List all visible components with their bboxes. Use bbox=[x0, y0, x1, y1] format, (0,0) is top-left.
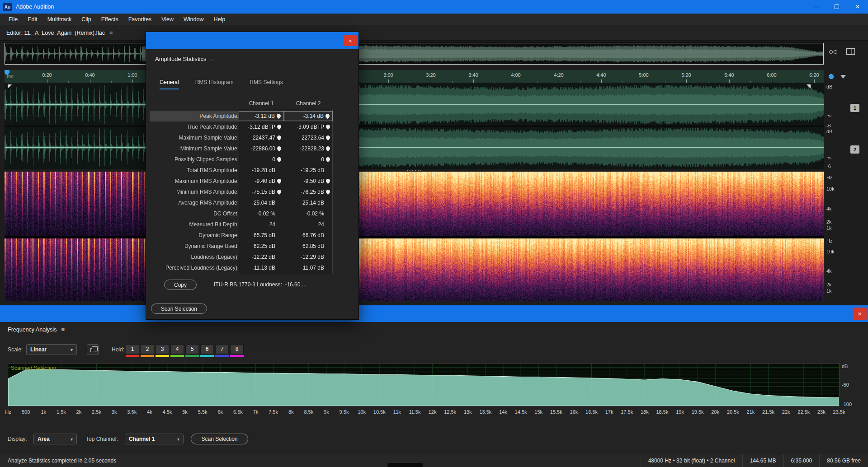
stats-row[interactable]: Measured Bit Depth:2424 bbox=[150, 219, 333, 230]
dialog-titlebar[interactable]: × bbox=[146, 32, 359, 49]
stats-value-cell: 22723.64 bbox=[284, 132, 333, 143]
display-dropdown[interactable]: Area ▾ bbox=[33, 434, 77, 444]
spectrogram-display[interactable] bbox=[5, 172, 824, 301]
stats-value: -11.13 dB bbox=[252, 265, 275, 271]
pin-marker-icon bbox=[275, 146, 281, 151]
dialog-close-button[interactable]: × bbox=[344, 35, 357, 46]
timeline-tick-label: 3:20 bbox=[426, 72, 435, 78]
scale-dropdown[interactable]: Linear ▾ bbox=[26, 344, 77, 355]
stats-row[interactable]: Total RMS Amplitude:-19.28 dB-19.25 dB bbox=[150, 165, 333, 176]
menu-item-clip[interactable]: Clip bbox=[76, 14, 96, 25]
spectrogram-canvas[interactable] bbox=[5, 172, 824, 301]
stats-row[interactable]: True Peak Amplitude:-3.12 dBTP-3.09 dBTP bbox=[150, 121, 333, 132]
overview-waveform-canvas[interactable] bbox=[5, 43, 823, 64]
timeline-tick bbox=[90, 79, 90, 83]
stats-row[interactable]: Perceived Loudness (Legacy):-11.13 dB-11… bbox=[150, 262, 333, 273]
stats-value: -3.14 dB bbox=[303, 113, 324, 119]
scan-selection-button[interactable]: Scan Selection bbox=[191, 434, 248, 444]
hold-button-8[interactable]: 8 bbox=[230, 344, 244, 357]
tab-rms-histogram[interactable]: RMS Histogram bbox=[195, 79, 234, 89]
stats-row-label: Average RMS Amplitude: bbox=[150, 200, 239, 206]
stats-value-cell: 62.25 dB bbox=[239, 241, 284, 252]
panel-menu-icon[interactable]: ≡ bbox=[61, 326, 65, 333]
stats-row[interactable]: Peak Amplitude:-3.12 dB-3.14 dB bbox=[150, 111, 333, 121]
hold-color-swatch bbox=[126, 355, 139, 357]
stats-row[interactable]: Possibly Clipped Samples:00 bbox=[150, 154, 333, 165]
stats-row[interactable]: Dynamic Range Used:62.25 dB62.85 dB bbox=[150, 241, 333, 252]
channel-1-button[interactable]: 1 bbox=[850, 104, 859, 112]
stats-row[interactable]: Maximum Sample Value:22437.4722723.64 bbox=[150, 132, 333, 143]
menu-item-effects[interactable]: Effects bbox=[96, 14, 123, 25]
menu-item-multitrack[interactable]: Multitrack bbox=[42, 14, 76, 25]
menu-item-edit[interactable]: Edit bbox=[23, 14, 42, 25]
close-button[interactable]: × bbox=[847, 0, 868, 14]
svg-text:Scanned Selection: Scanned Selection bbox=[11, 365, 56, 371]
copy-graph-button[interactable] bbox=[87, 344, 99, 355]
stats-row[interactable]: Minimum Sample Value:-22886.00-22828.23 bbox=[150, 143, 333, 154]
frequency-axis-label: 12k bbox=[429, 409, 437, 415]
menu-item-file[interactable]: File bbox=[4, 14, 23, 25]
pin-marker-icon bbox=[324, 114, 330, 119]
stats-row[interactable]: DC Offset:-0.02 %-0.02 % bbox=[150, 208, 333, 219]
stats-row[interactable]: Minimum RMS Amplitude:-75.15 dB-76.25 dB bbox=[150, 187, 333, 197]
statusbar: Analyze Statistics completed in 2.05 sec… bbox=[0, 454, 868, 467]
hud-circle-icon[interactable] bbox=[829, 74, 834, 79]
stats-value-cell: -75.15 dB bbox=[239, 187, 284, 197]
app-window: Au Adobe Audition × FileEditMultitrackCl… bbox=[0, 0, 868, 467]
panel-close-button[interactable]: × bbox=[853, 308, 867, 320]
overview-strip[interactable] bbox=[5, 43, 824, 65]
channel-layout-icon[interactable] bbox=[846, 48, 855, 56]
timeline-tick-label: 5:00 bbox=[639, 72, 648, 78]
stats-row-label: Maximum RMS Amplitude: bbox=[150, 178, 239, 184]
stats-value-cell: -3.12 dBTP bbox=[239, 121, 284, 132]
minimize-button[interactable] bbox=[806, 0, 826, 14]
menu-item-help[interactable]: Help bbox=[208, 14, 230, 25]
stats-value: -12.22 dB bbox=[252, 254, 275, 260]
top-channel-dropdown[interactable]: Channel 1 ▾ bbox=[125, 434, 184, 444]
tab-rms-settings[interactable]: RMS Settings bbox=[250, 79, 283, 89]
frequency-axis-label: 16k bbox=[570, 409, 578, 415]
hold-button-2[interactable]: 2 bbox=[141, 344, 154, 357]
waveform-canvas[interactable] bbox=[5, 83, 824, 169]
hold-button-6[interactable]: 6 bbox=[200, 344, 214, 357]
stats-value: -9.40 dB bbox=[255, 178, 275, 184]
dialog-scan-selection-button[interactable]: Scan Selection bbox=[151, 304, 207, 314]
frequency-axis-label: 10k bbox=[358, 409, 366, 415]
hold-button-7[interactable]: 7 bbox=[215, 344, 229, 357]
panel-menu-icon[interactable]: ≡ bbox=[211, 56, 214, 62]
pin-marker-icon bbox=[275, 190, 281, 195]
selection-handle-left[interactable] bbox=[8, 84, 12, 89]
hold-button-5[interactable]: 5 bbox=[185, 344, 199, 357]
hold-button-3[interactable]: 3 bbox=[156, 344, 169, 357]
bottom-scrollbar-thumb[interactable] bbox=[387, 463, 423, 467]
menu-item-favorites[interactable]: Favorites bbox=[123, 14, 156, 25]
spectral-display-toggle-icon[interactable] bbox=[828, 48, 838, 56]
stats-value: 24 bbox=[269, 221, 275, 228]
stats-row[interactable]: Dynamic Range:65.75 dB66.76 dB bbox=[150, 230, 333, 241]
frequency-graph[interactable]: Scanned Selection bbox=[8, 363, 840, 406]
timeline-ruler[interactable]: ms 0:200:401:001:201:402:002:202:403:003… bbox=[5, 70, 824, 83]
menu-item-window[interactable]: Window bbox=[179, 14, 208, 25]
tab-general[interactable]: General bbox=[160, 79, 179, 89]
stats-row[interactable]: Average RMS Amplitude:-25.04 dB-25.14 dB bbox=[150, 197, 333, 208]
selection-handle-right[interactable] bbox=[807, 84, 811, 89]
hold-button-1[interactable]: 1 bbox=[126, 344, 139, 357]
hold-button-4[interactable]: 4 bbox=[170, 344, 184, 357]
status-segment: 80.56 GB free bbox=[819, 454, 868, 467]
menu-item-view[interactable]: View bbox=[156, 14, 179, 25]
stats-value-cell: 66.76 dB bbox=[284, 230, 333, 241]
copy-button[interactable]: Copy bbox=[164, 280, 197, 290]
panel-menu-icon[interactable]: ≡ bbox=[109, 29, 113, 36]
timeline-minor-tick bbox=[452, 81, 453, 83]
marker-funnel-icon[interactable] bbox=[840, 75, 846, 79]
chevron-down-icon: ▾ bbox=[67, 437, 73, 442]
channel-2-button[interactable]: 2 bbox=[850, 145, 859, 154]
stats-row[interactable]: Loudness (Legacy):-12.22 dB-12.29 dB bbox=[150, 252, 333, 262]
maximize-button[interactable] bbox=[826, 0, 847, 14]
stats-value-cell: 24 bbox=[239, 219, 284, 230]
editor-tab[interactable]: Editor: 11._A_Love_Again_(Remix).flac bbox=[6, 30, 105, 36]
waveform-display[interactable] bbox=[5, 83, 824, 169]
stats-row[interactable]: Maximum RMS Amplitude:-9.40 dB-9.50 dB bbox=[150, 176, 333, 187]
stats-value-cell: 0 bbox=[284, 154, 333, 165]
frequency-axis-label: 7.5k bbox=[269, 409, 278, 415]
